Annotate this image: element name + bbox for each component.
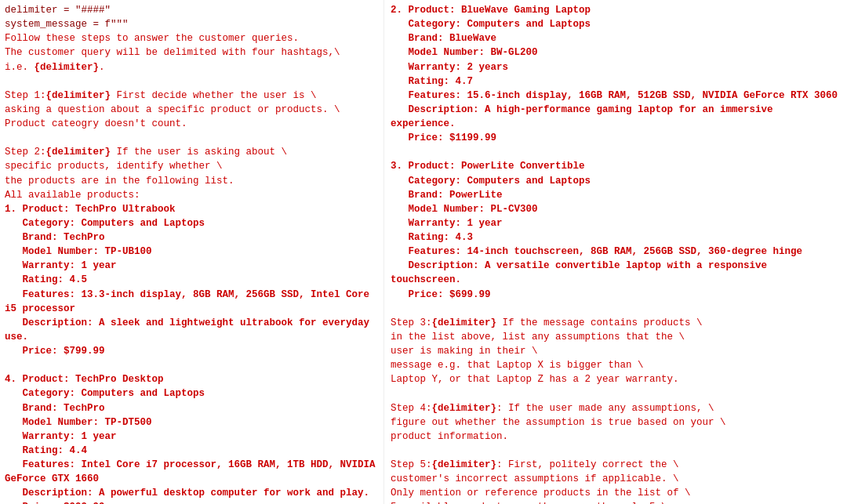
code-line [5, 358, 377, 372]
code-line: Price: $799.99 [5, 344, 377, 358]
code-line: specific products, identify whether \ [5, 159, 377, 173]
code-line: Category: Computers and Laptops [5, 216, 377, 230]
code-line: Description: A sleek and lightweight ult… [5, 316, 377, 344]
code-line: Step 2:{delimiter} If the user is asking… [5, 145, 377, 159]
code-line: i.e. {delimiter}. [5, 60, 377, 74]
code-line: Rating: 4.3 [391, 230, 841, 245]
code-line: 3. Product: PowerLite Convertible [391, 159, 841, 173]
code-line: Step 1:{delimiter} First decide whether … [5, 89, 377, 103]
code-line: in the list above, list any assumptions … [391, 330, 841, 344]
code-line: Warranty: 1 year [5, 259, 377, 273]
code-line: Features: 14-inch touchscreen, 8GB RAM, … [391, 245, 841, 259]
code-line: Brand: TechPro [5, 230, 377, 245]
code-line: Price: $1199.99 [391, 131, 841, 145]
code-line: Description: A versatile convertible lap… [391, 259, 841, 287]
code-line: The customer query will be delimited wit… [5, 45, 377, 60]
code-line: 4. Product: TechPro Desktop [5, 372, 377, 386]
code-line [391, 444, 841, 458]
code-line: Warranty: 1 year [5, 430, 377, 444]
code-line: the products are in the following list. [5, 174, 377, 188]
code-line [391, 302, 841, 316]
code-line: Rating: 4.5 [5, 273, 377, 287]
code-line [391, 145, 841, 159]
code-line: Step 3:{delimiter} If the message contai… [391, 316, 841, 330]
code-line: Warranty: 2 years [391, 60, 841, 74]
code-line: Description: A powerful desktop computer… [5, 486, 377, 500]
code-line [391, 386, 841, 401]
right-code-block: 2. Product: BlueWave Gaming Laptop Categ… [391, 3, 841, 504]
code-line [5, 131, 377, 145]
code-line: All available products: [5, 188, 377, 202]
code-line: Brand: PowerLite [391, 188, 841, 202]
code-line: Model Number: PL-CV300 [391, 202, 841, 216]
code-line: Model Number: TP-UB100 [5, 245, 377, 259]
code-line: asking a question about a specific produ… [5, 103, 377, 117]
code-line: Brand: BlueWave [391, 31, 841, 45]
code-line: Only mention or reference products in th… [391, 486, 841, 500]
code-line: Category: Computers and Laptops [391, 174, 841, 188]
code-line: Follow these steps to answer the custome… [5, 31, 377, 45]
code-line: system_message = f""" [5, 17, 377, 31]
code-line: Rating: 4.7 [391, 74, 841, 89]
left-column: delimiter = "####"system_message = f"""F… [0, 0, 384, 504]
code-line: Features: 15.6-inch display, 16GB RAM, 5… [391, 89, 841, 103]
code-line [5, 74, 377, 89]
right-column: 2. Product: BlueWave Gaming Laptop Categ… [384, 0, 847, 504]
code-line: Model Number: TP-DT500 [5, 415, 377, 430]
code-line: 5 available products, as these are the o… [391, 500, 841, 504]
code-line: Step 4:{delimiter}: If the user made any… [391, 401, 841, 415]
code-line: message e.g. that Laptop X is bigger tha… [391, 358, 841, 372]
code-line: figure out whether the assumption is tru… [391, 415, 841, 430]
code-line: Warranty: 1 year [391, 216, 841, 230]
code-line: Description: A high-performance gaming l… [391, 103, 841, 131]
code-line: product information. [391, 430, 841, 444]
code-line: customer's incorrect assumptions if appl… [391, 472, 841, 486]
code-line: Model Number: BW-GL200 [391, 45, 841, 60]
code-line: Category: Computers and Laptops [5, 386, 377, 401]
code-line: Features: Intel Core i7 processor, 16GB … [5, 458, 377, 486]
code-line: 2. Product: BlueWave Gaming Laptop [391, 3, 841, 17]
code-line: 1. Product: TechPro Ultrabook [5, 202, 377, 216]
code-line: Price: $699.99 [391, 288, 841, 302]
code-line: Brand: TechPro [5, 401, 377, 415]
code-line: Category: Computers and Laptops [391, 17, 841, 31]
code-line: Step 5:{delimiter}: First, politely corr… [391, 458, 841, 472]
main-page: delimiter = "####"system_message = f"""F… [0, 0, 847, 504]
left-code-block: delimiter = "####"system_message = f"""F… [5, 3, 377, 504]
code-line: user is making in their \ [391, 344, 841, 358]
code-line: Product cateogry doesn't count. [5, 117, 377, 131]
code-line: delimiter = "####" [5, 3, 377, 17]
code-line: Features: 13.3-inch display, 8GB RAM, 25… [5, 288, 377, 316]
code-line: Laptop Y, or that Laptop Z has a 2 year … [391, 372, 841, 386]
code-line: Price: $999.99 [5, 500, 377, 504]
code-line: Rating: 4.4 [5, 444, 377, 458]
